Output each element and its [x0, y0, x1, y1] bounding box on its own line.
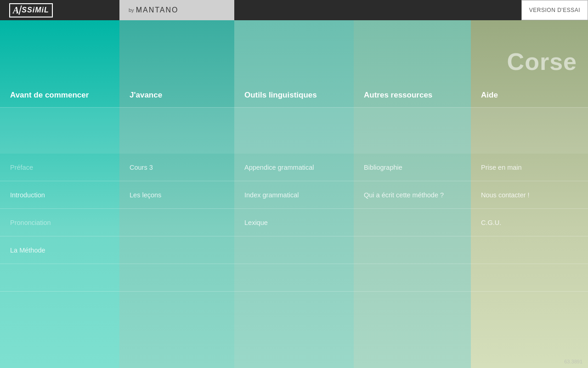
list-item[interactable]: La Méthode [0, 236, 119, 264]
list-item[interactable]: Index grammatical [234, 181, 354, 209]
col-aide-image [471, 108, 588, 154]
col-javance-title: J'avance [130, 91, 224, 100]
header: A SSiMiL by MANTANO VERSION D'ESSAI [0, 0, 588, 20]
list-item[interactable]: Bibliographie [354, 154, 471, 181]
list-item[interactable]: Prononciation [0, 209, 119, 236]
col-javance-image [119, 108, 234, 154]
col-javance-items: Cours 3 Les leçons [119, 154, 234, 368]
col-avant-items: Préface Introduction Prononciation La Mé… [0, 154, 119, 368]
list-item-empty [354, 264, 471, 292]
col-aide: Corse Aide Prise en main Nous contacter … [471, 20, 588, 368]
main-grid: Avant de commencer Préface Introduction … [0, 20, 588, 368]
col-outils-title: Outils linguistiques [244, 91, 344, 100]
list-item[interactable]: Lexique [234, 209, 354, 236]
col-avant-image [0, 108, 119, 154]
list-item[interactable]: Préface [0, 154, 119, 181]
col-aide-title: Aide [481, 91, 578, 100]
list-item[interactable]: Introduction [0, 181, 119, 209]
col-javance-header: J'avance [119, 20, 234, 108]
assimil-logo-box: A SSiMiL [9, 3, 53, 17]
col-autres-title: Autres ressources [364, 91, 461, 100]
book-title: Corse [507, 48, 577, 75]
mantano-by-text: by [129, 7, 134, 13]
list-item-empty [234, 236, 354, 264]
col-avant-header: Avant de commencer [0, 20, 119, 108]
assimil-letter-a: A [13, 5, 19, 16]
list-item-empty [354, 209, 471, 236]
list-item-empty [119, 264, 234, 292]
col-autres-header: Autres ressources [354, 20, 471, 108]
list-item-empty [471, 264, 588, 292]
col-autres-image [354, 108, 471, 154]
list-item[interactable]: Qui a écrit cette méthode ? [354, 181, 471, 209]
list-item[interactable]: Appendice grammatical [234, 154, 354, 181]
list-item[interactable]: Les leçons [119, 181, 234, 209]
assimil-logo: A SSiMiL [0, 0, 119, 20]
list-item-empty [471, 236, 588, 264]
list-item-empty [354, 236, 471, 264]
mantano-logo: by MANTANO [119, 0, 234, 20]
version-badge-label: VERSION D'ESSAI [529, 7, 580, 13]
footer-number: 63.3891 [564, 359, 582, 364]
col-outils: Outils linguistiques Appendice grammatic… [234, 20, 354, 368]
col-autres: Autres ressources Bibliographie Qui a éc… [354, 20, 471, 368]
list-item[interactable]: Nous contacter ! [471, 181, 588, 209]
mantano-label: MANTANO [136, 6, 179, 14]
col-avant-title: Avant de commencer [10, 91, 109, 100]
assimil-text: SSiMiL [22, 6, 49, 14]
col-outils-items: Appendice grammatical Index grammatical … [234, 154, 354, 368]
list-item[interactable]: C.G.U. [471, 209, 588, 236]
list-item[interactable]: Prise en main [471, 154, 588, 181]
col-outils-image [234, 108, 354, 154]
col-avant: Avant de commencer Préface Introduction … [0, 20, 119, 368]
col-javance: J'avance Cours 3 Les leçons [119, 20, 234, 368]
list-item-empty [119, 209, 234, 236]
list-item-empty [234, 264, 354, 292]
version-badge[interactable]: VERSION D'ESSAI [521, 0, 588, 20]
list-item-empty [119, 236, 234, 264]
list-item-empty [0, 264, 119, 292]
col-outils-header: Outils linguistiques [234, 20, 354, 108]
list-item[interactable]: Cours 3 [119, 154, 234, 181]
col-aide-items: Prise en main Nous contacter ! C.G.U. [471, 154, 588, 368]
col-autres-items: Bibliographie Qui a écrit cette méthode … [354, 154, 471, 368]
